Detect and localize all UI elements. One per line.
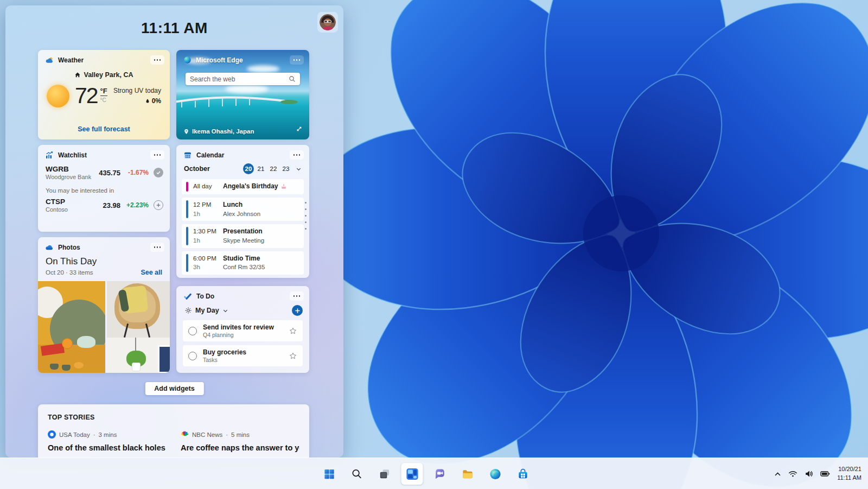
my-day-label[interactable]: My Day xyxy=(195,307,219,314)
edge-photo-location: Ikema Ohashi, Japan xyxy=(192,128,254,135)
edge-logo-icon xyxy=(183,56,192,64)
calendar-event-studio[interactable]: 6:00 PM3h Studio TimeConf Rm 32/35 xyxy=(182,251,304,275)
chevron-down-icon[interactable] xyxy=(222,308,228,314)
weather-icon xyxy=(45,56,54,65)
weather-more-icon[interactable] xyxy=(150,55,164,65)
calendar-widget[interactable]: Calendar October 20 21 22 23 All xyxy=(176,145,309,278)
star-icon[interactable] xyxy=(289,352,297,360)
photo-thumbnail-still-life[interactable] xyxy=(38,281,105,373)
event-duration: 1h xyxy=(193,237,200,244)
microsoft-store-button[interactable] xyxy=(512,463,534,485)
add-task-button[interactable] xyxy=(292,305,303,316)
story-headline[interactable]: Are coffee naps the answer to your xyxy=(181,443,299,452)
unit-celsius-toggle[interactable]: °C xyxy=(100,97,107,103)
calendar-date-20[interactable]: 20 xyxy=(243,163,254,174)
story-headline[interactable]: One of the smallest black holes — and xyxy=(48,443,167,452)
calendar-date-23[interactable]: 23 xyxy=(280,163,291,174)
task-row-send-invites[interactable]: Send invites for review Q4 planning xyxy=(183,320,303,341)
battery-icon[interactable] xyxy=(820,470,830,478)
watchlist-widget[interactable]: Watchlist WGRB Woodgrove Bank 435.75 -1.… xyxy=(38,145,170,232)
task-row-buy-groceries[interactable]: Buy groceries Tasks xyxy=(183,345,303,366)
edge-widget[interactable]: Microsoft Edge Ikema Ohashi, Japan xyxy=(176,50,309,139)
weather-condition: Strong UV today xyxy=(113,87,161,94)
tray-clock[interactable]: 10/20/21 11:11 AM xyxy=(837,465,861,482)
see-full-forecast-link[interactable]: See full forecast xyxy=(38,125,170,133)
weather-location: Valley Park, CA xyxy=(84,71,133,79)
photo-thumbnail-chair[interactable] xyxy=(107,281,170,373)
weather-widget[interactable]: Weather Valley Park, CA 72 °F °C Strong … xyxy=(38,50,170,139)
chat-button[interactable] xyxy=(429,463,451,485)
watchlist-more-icon[interactable] xyxy=(150,150,164,160)
news-story[interactable]: USA Today · 3 mins One of the smallest b… xyxy=(48,430,167,452)
event-time: 12 PM xyxy=(193,201,211,208)
volume-icon[interactable] xyxy=(805,470,813,478)
event-time: 1:30 PM xyxy=(193,228,216,234)
calendar-icon xyxy=(183,151,192,160)
stock-row-wgrb[interactable]: WGRB Woodgrove Bank 435.75 -1.67% xyxy=(38,160,170,180)
stock-change: +2.23% xyxy=(120,201,149,209)
calendar-event-allday[interactable]: All day Angela's Birthday xyxy=(182,179,304,194)
panel-scrollbar[interactable] xyxy=(305,202,307,230)
event-title: Studio Time xyxy=(223,254,265,263)
see-all-link[interactable]: See all xyxy=(141,269,162,276)
chevron-down-icon[interactable] xyxy=(296,166,302,172)
watchlist-title: Watchlist xyxy=(58,151,87,159)
task-title: Buy groceries xyxy=(203,348,283,356)
task-checkbox[interactable] xyxy=(188,352,197,360)
stock-ticker: WGRB xyxy=(46,165,91,173)
avatar-image xyxy=(320,14,336,30)
task-checkbox[interactable] xyxy=(188,327,197,335)
separator: · xyxy=(93,431,95,438)
event-title: Angela's Birthday xyxy=(223,182,278,191)
start-button[interactable] xyxy=(318,463,340,485)
weather-temperature: 72 xyxy=(75,83,98,109)
todo-more-icon[interactable] xyxy=(290,291,304,301)
star-icon[interactable] xyxy=(289,327,297,335)
expand-icon[interactable] xyxy=(296,125,303,135)
weather-title: Weather xyxy=(58,56,84,64)
search-button[interactable] xyxy=(346,463,368,485)
story-age: 3 mins xyxy=(99,431,117,438)
edge-more-icon[interactable] xyxy=(290,55,304,65)
photos-title: Photos xyxy=(58,244,80,251)
edge-search-box[interactable] xyxy=(186,73,300,85)
stock-company: Contoso xyxy=(46,206,68,213)
event-title: Presentation xyxy=(223,227,264,236)
wifi-icon[interactable] xyxy=(788,470,797,478)
usa-today-logo-icon xyxy=(48,430,56,439)
todo-widget[interactable]: To Do My Day Send invites xyxy=(176,286,309,373)
stock-row-ctsp[interactable]: CTSP Contoso 23.98 +2.23% xyxy=(38,194,170,213)
event-color-bar xyxy=(186,200,188,218)
stock-price: 435.75 xyxy=(99,169,120,177)
story-source: NBC News xyxy=(192,431,222,438)
calendar-event-lunch[interactable]: 12 PM1h LunchAlex Johnson xyxy=(182,198,304,221)
birthday-cake-icon xyxy=(280,183,287,189)
unit-fahrenheit-toggle[interactable]: °F xyxy=(100,87,107,96)
task-view-button[interactable] xyxy=(374,463,395,485)
search-icon[interactable] xyxy=(289,75,296,82)
map-pin-icon xyxy=(183,129,189,135)
news-story[interactable]: NBC News · 5 mins Are coffee naps the an… xyxy=(181,430,299,452)
calendar-date-22[interactable]: 22 xyxy=(268,163,279,174)
photos-heading: On This Day xyxy=(46,256,162,267)
add-stock-icon[interactable] xyxy=(154,200,163,210)
panel-clock: 11:11 AM xyxy=(5,20,343,37)
calendar-more-icon[interactable] xyxy=(290,150,304,160)
calendar-title: Calendar xyxy=(196,151,224,159)
event-title: Lunch xyxy=(223,200,260,209)
added-check-icon[interactable] xyxy=(154,168,163,177)
widgets-button[interactable] xyxy=(401,463,423,485)
photos-more-icon[interactable] xyxy=(150,243,164,252)
file-explorer-button[interactable] xyxy=(457,463,478,485)
edge-search-input[interactable] xyxy=(190,75,289,83)
user-avatar[interactable] xyxy=(317,12,338,33)
calendar-date-21[interactable]: 21 xyxy=(256,163,266,174)
watchlist-suggestion-text: You may be interested in xyxy=(38,180,170,194)
task-title: Send invites for review xyxy=(203,323,283,331)
calendar-event-presentation[interactable]: 1:30 PM1h PresentationSkype Meeting xyxy=(182,224,304,247)
add-widgets-button[interactable]: Add widgets xyxy=(145,382,203,395)
show-hidden-icons-chevron[interactable] xyxy=(774,471,781,477)
edge-browser-button[interactable] xyxy=(484,463,506,485)
top-stories-section: TOP STORIES USA Today · 3 mins One of th… xyxy=(38,404,309,458)
photos-widget[interactable]: Photos On This Day Oct 20 · 33 items See… xyxy=(38,237,170,373)
